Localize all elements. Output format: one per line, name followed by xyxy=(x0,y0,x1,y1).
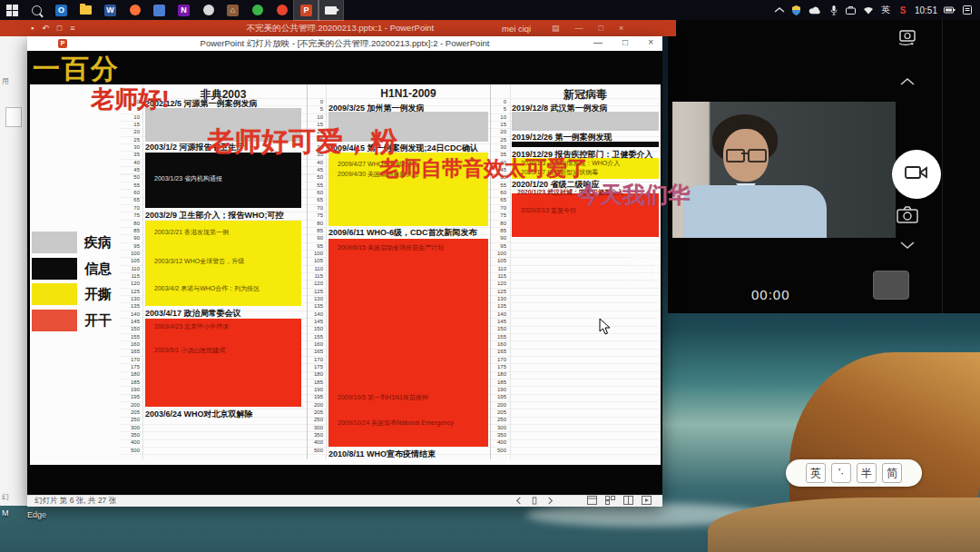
sogou-icon[interactable]: S xyxy=(897,5,908,15)
slide-thumbnail[interactable] xyxy=(5,107,22,127)
firefox-taskbar-button[interactable] xyxy=(122,0,147,20)
search-icon xyxy=(32,5,42,15)
ime-lang-indicator[interactable]: 英 xyxy=(880,4,891,16)
take-photo-icon[interactable] xyxy=(896,205,919,225)
powerpoint-icon: P xyxy=(300,5,312,16)
timeline-sub-event: 2003/4/23 北京中小学停课 xyxy=(154,322,229,331)
back-ribbon-options-button[interactable]: ▤ xyxy=(552,24,560,33)
pen-tool-icon[interactable] xyxy=(531,497,538,507)
chevron-up-icon[interactable] xyxy=(898,76,916,87)
home-app-icon: ⌂ xyxy=(227,5,239,16)
next-slide-icon[interactable] xyxy=(546,497,554,507)
front-maximize-button[interactable]: □ xyxy=(622,37,628,47)
preview-icon[interactable]: □ xyxy=(57,24,62,33)
editor-left-panel: 用 幻 xyxy=(0,36,28,506)
back-window-title: 不完美的公共管理.20200213.pptx:1 - PowerPoint xyxy=(186,23,495,34)
timeline-block-yellow: 2003/2/21 香港发现第一例2003/3/12 WHO全球警告，升级200… xyxy=(145,221,301,306)
back-minimize-button[interactable]: — xyxy=(575,24,583,33)
front-close-button[interactable]: × xyxy=(648,37,653,47)
timeline-block-red: 2009/6/15 美国启动全球疫苗生产计划2009/10/5 第一剂H1N1疫… xyxy=(328,239,488,447)
file-explorer-taskbar-button[interactable] xyxy=(74,0,98,20)
search-taskbar-button[interactable] xyxy=(24,0,49,20)
timeline-sub-event: 2003/3/12 WHO全球警告，升级 xyxy=(154,257,244,266)
meet-now-icon[interactable] xyxy=(846,6,857,15)
start-taskbar-button[interactable] xyxy=(0,0,24,20)
timeline-sub-event: 2003/5/1 小汤山医院建成 xyxy=(154,346,225,355)
onenote-icon: N xyxy=(178,5,190,16)
danmaku-comment: 今天我们华 xyxy=(577,180,691,210)
start-icon xyxy=(6,5,18,16)
switch-camera-icon[interactable] xyxy=(895,25,920,47)
timeline-sub-event: 2003/2/21 香港发现第一例 xyxy=(154,228,229,237)
onenote-taskbar-button[interactable]: N xyxy=(172,0,196,20)
mic-icon[interactable] xyxy=(828,5,839,15)
ribbon-partial-text: 用 xyxy=(2,76,9,86)
powerpoint-editor-titlebar: ▪↶□≡ 不完美的公共管理.20200213.pptx:1 - PowerPoi… xyxy=(0,20,676,36)
video-camera-icon xyxy=(905,164,928,184)
reading-view-icon[interactable] xyxy=(623,496,633,507)
ime-mode-box[interactable]: 半 xyxy=(857,463,877,483)
front-minimize-button[interactable]: — xyxy=(593,37,603,47)
chevron-up-icon[interactable] xyxy=(774,7,785,13)
app-green-taskbar-button[interactable] xyxy=(245,0,270,20)
taskbar-apps: OWN⌂P xyxy=(0,0,343,20)
powerpoint-icon: P xyxy=(58,39,67,48)
timeline-sub-event: 2020/2/13 直至今日 xyxy=(521,206,576,215)
word-icon: W xyxy=(104,5,116,16)
back-maximize-button[interactable]: □ xyxy=(599,24,603,33)
camera-panel-divider xyxy=(942,20,943,313)
outlook-taskbar-button[interactable]: O xyxy=(49,0,74,20)
normal-view-icon[interactable] xyxy=(587,496,597,507)
front-window-controls: —□× xyxy=(593,37,653,47)
mouse-cursor xyxy=(599,318,612,340)
glasses-bridge xyxy=(741,153,749,154)
camera-taskbar-button[interactable] xyxy=(318,0,343,20)
timeline-column-title: 新冠病毒 xyxy=(512,87,659,103)
photo-thumbnail[interactable] xyxy=(873,271,909,300)
danmaku-comment: 老师自带音效太可爱了 xyxy=(379,154,588,182)
desktop-icon-label-edge[interactable]: Edge xyxy=(27,510,46,519)
timeline-column-title: H1N1-2009 xyxy=(328,87,488,100)
back-window-controls: ▤—□× xyxy=(552,24,623,33)
slideshow-view-icon[interactable] xyxy=(642,496,652,507)
file-explorer-icon xyxy=(80,5,92,15)
ime-mode-box[interactable]: 简 xyxy=(882,463,902,483)
cloud-icon[interactable] xyxy=(808,6,822,15)
timeline-event: 2019/12/8 武汉第一例发病 xyxy=(512,103,608,114)
prev-slide-icon[interactable] xyxy=(514,497,523,507)
timeline-event: 2003/2/9 卫生部介入；报告WHO;可控 xyxy=(145,210,284,222)
outlook-icon: O xyxy=(55,5,67,16)
app-blue-icon xyxy=(153,5,165,16)
slide-canvas: 一百分 疾病信息开撕开干 非典20030 5 10 15 20 25 30 35… xyxy=(27,51,662,495)
camera-app-window: 00:00 xyxy=(668,20,980,313)
timeline-block-gray xyxy=(512,112,659,131)
onedrive-icon[interactable] xyxy=(791,5,802,15)
chevron-down-icon[interactable] xyxy=(898,240,916,251)
skype-taskbar-button[interactable] xyxy=(196,0,220,20)
undo-icon[interactable]: ↶ xyxy=(42,24,49,33)
webcam-video-feed xyxy=(672,102,896,238)
ime-mode-box[interactable]: 英 xyxy=(806,463,826,483)
record-video-button[interactable] xyxy=(892,150,941,199)
battery-icon[interactable] xyxy=(944,6,956,14)
camera-icon xyxy=(325,6,337,15)
legend-label: 开干 xyxy=(84,312,112,330)
menu-icon[interactable]: ≡ xyxy=(70,24,74,33)
network-icon[interactable] xyxy=(863,6,874,15)
tray-clock[interactable]: 10:51 xyxy=(915,5,937,15)
action-center-icon[interactable] xyxy=(962,5,973,15)
account-name[interactable]: mei ciqi xyxy=(502,24,531,34)
powerpoint-taskbar-button[interactable]: P xyxy=(294,0,318,20)
slideshow-titlebar: P PowerPoint 幻灯片放映 - [不完美的公共管理.20200213.… xyxy=(27,36,662,52)
timeline-sub-event: 2009/10/24 美国宣布National Emergency xyxy=(338,419,454,428)
app-blue-taskbar-button[interactable] xyxy=(147,0,172,20)
back-close-button[interactable]: × xyxy=(619,24,623,33)
danmaku-comment: 老师好! xyxy=(91,84,170,115)
home-app-taskbar-button[interactable]: ⌂ xyxy=(220,0,245,20)
save-icon[interactable]: ▪ xyxy=(31,24,34,33)
ime-mode-box[interactable]: ’· xyxy=(831,463,851,483)
legend-swatch xyxy=(32,232,77,253)
app-orange-taskbar-button[interactable] xyxy=(270,0,294,20)
word-taskbar-button[interactable]: W xyxy=(98,0,122,20)
grid-view-icon[interactable] xyxy=(605,496,615,507)
